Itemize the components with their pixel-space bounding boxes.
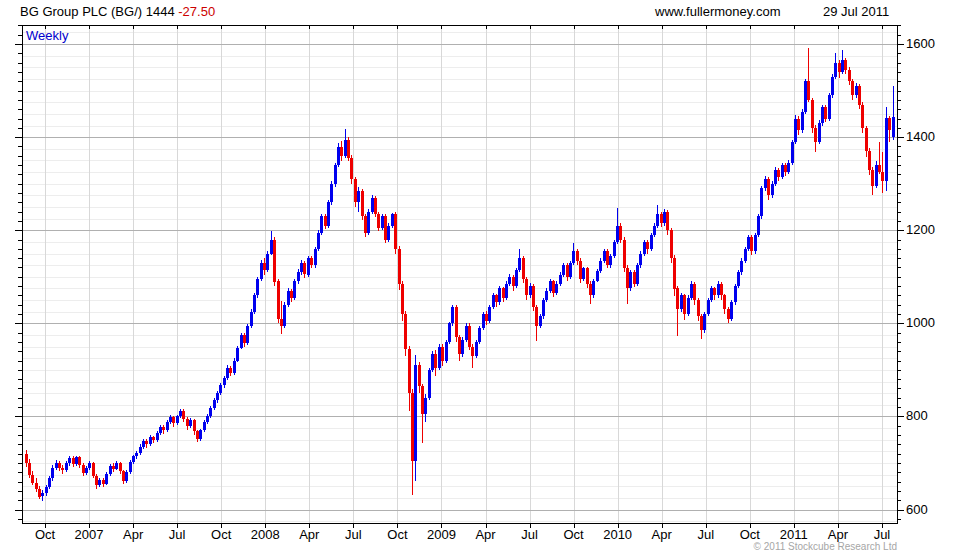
candle-up [337, 143, 340, 168]
candle-down [122, 470, 125, 484]
candle-up [250, 309, 253, 327]
x-axis-tick-label: Oct [563, 527, 583, 542]
candle-up [445, 340, 448, 363]
candle-down [350, 155, 353, 184]
candle-up [125, 470, 128, 482]
candle-up [828, 93, 831, 121]
candle-down [693, 282, 696, 305]
candle-up [109, 464, 112, 476]
candle-up [801, 109, 804, 132]
candle-down [290, 289, 293, 302]
candle-up [320, 214, 323, 235]
x-axis-tick-label: Jul [874, 527, 891, 542]
candle-up [431, 351, 434, 372]
candle-up [233, 358, 236, 375]
candle-up [189, 418, 192, 428]
y-axis-tick-label: 600 [906, 502, 928, 517]
candle-up [135, 451, 138, 459]
candle-up [253, 293, 256, 314]
candle-down [878, 142, 881, 174]
candle-up [892, 86, 895, 141]
candle-down [58, 461, 61, 472]
x-axis-tick-label: Jul [345, 527, 362, 542]
candle-down [434, 350, 437, 375]
y-axis-tick-label: 800 [906, 408, 928, 423]
candle-up [717, 281, 720, 297]
candle-down [532, 284, 535, 311]
y-axis-tick-label: 1000 [906, 315, 935, 330]
candle-down [92, 462, 95, 478]
candle-up [381, 214, 384, 231]
timeframe-label: Weekly [26, 28, 68, 43]
candle-up [559, 272, 562, 286]
candle-down [797, 116, 800, 135]
candle-up [297, 269, 300, 284]
candle-up [498, 286, 501, 305]
candle-up [226, 365, 229, 380]
candle-down [713, 287, 716, 301]
candle-down [78, 456, 81, 468]
candle-down [458, 335, 461, 361]
candle-up [747, 235, 750, 251]
candle-down [243, 333, 246, 347]
candle-up [48, 476, 51, 489]
candle-down [377, 212, 380, 232]
candle-down [784, 163, 787, 176]
candle-up [283, 302, 286, 328]
candle-up [740, 258, 743, 274]
candle-down [418, 362, 421, 394]
candle-down [865, 126, 868, 157]
candle-up [515, 268, 518, 289]
candle-up [293, 279, 296, 300]
candle-up [875, 161, 878, 188]
candle-up [592, 279, 595, 298]
candle-up [791, 140, 794, 166]
candle-up [781, 163, 784, 179]
candle-up [98, 478, 101, 487]
candle-down [683, 294, 686, 320]
candle-up [737, 270, 740, 289]
candle-up [734, 284, 737, 305]
candle-up [794, 115, 797, 144]
x-axis-tick-label: Jul [697, 527, 714, 542]
x-axis-tick-label: Oct [35, 527, 55, 542]
x-axis-tick-label: Oct [211, 527, 231, 542]
y-axis-tick-label: 1400 [906, 129, 935, 144]
candle-down [408, 346, 411, 411]
candle-up [663, 209, 666, 225]
candle-up [85, 466, 88, 475]
candle-down [112, 463, 115, 472]
candle-up [213, 398, 216, 410]
candle-up [51, 465, 54, 480]
price-change-negative: -27.50 [178, 4, 215, 19]
candle-down [626, 265, 629, 304]
candle-up [314, 247, 317, 268]
candle-down [727, 307, 730, 323]
candle-up [438, 344, 441, 370]
candle-up [327, 200, 330, 228]
candle-up [428, 368, 431, 401]
plot-frame [23, 26, 898, 524]
candle-down [824, 105, 827, 122]
candle-up [508, 274, 511, 286]
candle-down [31, 471, 34, 485]
candle-down [676, 286, 679, 336]
candle-up [542, 298, 545, 319]
candle-up [414, 355, 417, 481]
candle-up [260, 260, 263, 281]
candle-down [162, 425, 165, 434]
candle-up [391, 213, 394, 228]
candle-down [720, 282, 723, 300]
x-axis-tick-label: Apr [828, 527, 848, 542]
candle-up [424, 394, 427, 422]
candle-up [240, 333, 243, 350]
candle-down [172, 416, 175, 427]
x-axis-tick-label: Oct [387, 527, 407, 542]
candle-up [757, 214, 760, 237]
candle-down [525, 277, 528, 300]
candle-down [623, 237, 626, 272]
candle-down [277, 279, 280, 324]
candle-up [562, 263, 565, 277]
candle-up [690, 281, 693, 300]
candle-down [697, 298, 700, 321]
